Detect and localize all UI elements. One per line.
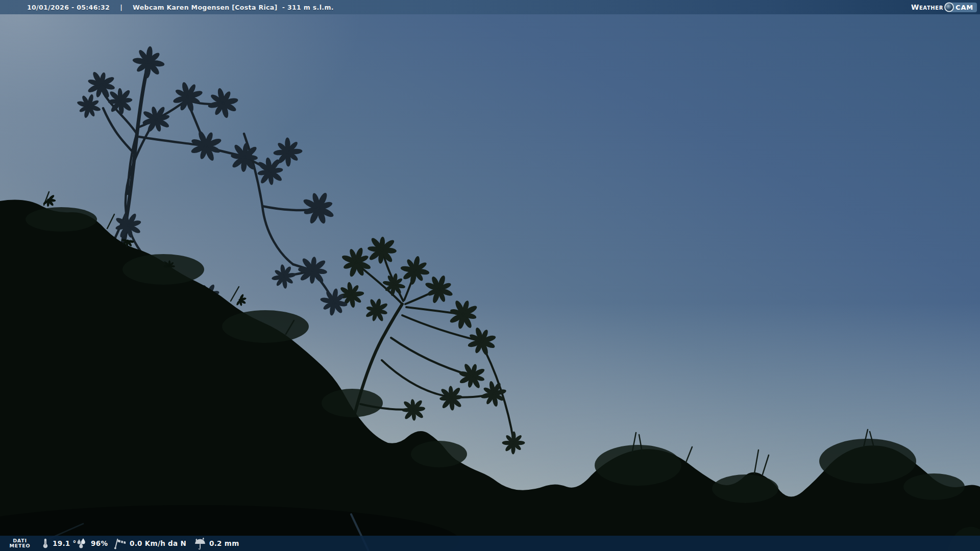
wind-readout: 0.0 Km/h da N (113, 536, 186, 551)
thermometer-icon (41, 537, 50, 549)
water-drops-icon (76, 537, 88, 549)
logo-weather-text: Weather (911, 3, 943, 11)
dati-meteo-label: DATI METEO (5, 536, 35, 551)
camera-lens-icon (944, 3, 954, 12)
weather-cam-logo: Weather CAM (911, 2, 977, 13)
precipitation-readout: 0.2 mm (194, 536, 239, 551)
weather-data-bar: DATI METEO 19.1 ° 96% (0, 536, 980, 551)
top-bar-text: 10/01/2026 - 05:46:32 | Webcam Karen Mog… (27, 4, 334, 11)
umbrella-rain-icon (194, 537, 206, 550)
datetime-text: 10/01/2026 - 05:46:32 (27, 4, 110, 11)
webcam-photo (0, 0, 980, 551)
precipitation-value: 0.2 mm (209, 539, 239, 547)
webcam-title: Webcam Karen Mogensen [Costa Rica] (133, 4, 278, 11)
top-info-bar: 10/01/2026 - 05:46:32 | Webcam Karen Mog… (0, 0, 980, 14)
temperature-value: 19.1 ° (53, 539, 77, 547)
elevation-text: - 311 m s.l.m. (282, 4, 334, 11)
logo-cam-wrap: CAM (949, 2, 977, 12)
humidity-readout: 96% (76, 536, 108, 551)
dati-meteo-line2: METEO (10, 543, 31, 549)
separator: | (120, 4, 122, 11)
windsock-icon (113, 537, 127, 550)
humidity-value: 96% (91, 539, 108, 547)
webcam-view: 10/01/2026 - 05:46:32 | Webcam Karen Mog… (0, 0, 980, 551)
wind-value: 0.0 Km/h da N (130, 539, 186, 547)
temperature-readout: 19.1 ° (41, 536, 77, 551)
